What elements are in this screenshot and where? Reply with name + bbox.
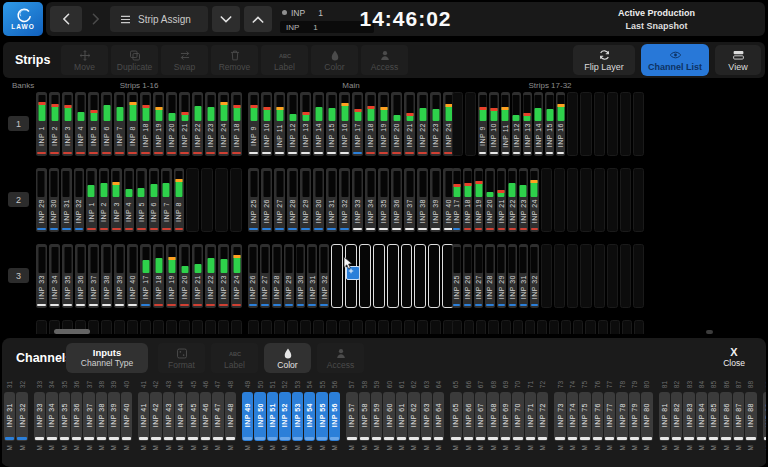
channel-tile[interactable]: INP 35 (59, 392, 70, 441)
channel-strip[interactable]: INP 7 (114, 92, 125, 156)
empty-strip[interactable] (594, 244, 605, 308)
empty-strip[interactable] (554, 168, 565, 232)
flip-layer-button[interactable]: Flip Layer (573, 45, 635, 75)
channel-tile[interactable]: INP 38 (96, 392, 107, 441)
channel-strip[interactable]: INP 1 (36, 92, 47, 156)
drop-target-strip[interactable] (387, 244, 399, 308)
channel-tile[interactable]: INP 51 (267, 392, 278, 441)
empty-strip[interactable] (153, 320, 164, 334)
banks-scrollbar-thumb[interactable] (54, 329, 90, 334)
channel-tile[interactable]: INP 85 (708, 392, 719, 441)
channel-tile[interactable]: INP 48 (225, 392, 236, 441)
empty-strip[interactable] (201, 168, 214, 232)
channel-tile[interactable]: INP 52 (279, 392, 290, 441)
channel-tile[interactable]: INP 62 (408, 392, 419, 441)
channel-tile[interactable]: INP 73 (554, 392, 565, 441)
channel-tile[interactable]: INP 88 (745, 392, 756, 441)
empty-strip[interactable] (634, 320, 644, 334)
channel-strip[interactable]: INP 38 (101, 244, 112, 308)
channel-tile[interactable]: INP 66 (463, 392, 474, 441)
channel-tile[interactable]: INP 80 (641, 392, 652, 441)
channel-strip[interactable]: INP 26 (261, 168, 272, 232)
channel-strip[interactable]: INP 13 (523, 92, 532, 156)
channel-strip[interactable]: INP 10 (489, 92, 498, 156)
channel-tile[interactable]: INP 31 (4, 392, 15, 441)
channel-strip[interactable]: INP 22 (417, 92, 428, 156)
channel-strip[interactable]: INP 29 (497, 244, 506, 308)
empty-strip[interactable] (186, 168, 199, 232)
channel-tile[interactable]: INP 37 (83, 392, 94, 441)
channel-strip[interactable]: INP 18 (365, 92, 376, 156)
channel-strip[interactable]: INP 30 (296, 244, 306, 308)
empty-strip[interactable] (525, 320, 535, 334)
close-button[interactable]: X Close (710, 343, 758, 373)
empty-strip[interactable] (610, 320, 620, 334)
empty-strip[interactable] (541, 244, 552, 308)
channel-strip[interactable]: INP 32 (319, 244, 329, 308)
channel-strip[interactable]: INP 32 (339, 168, 350, 232)
channel-tile[interactable]: INP 39 (108, 392, 119, 441)
empty-strip[interactable] (231, 320, 242, 334)
channel-strip[interactable]: INP 37 (88, 244, 99, 308)
empty-strip[interactable] (101, 320, 112, 334)
channel-strip[interactable]: INP 15 (545, 92, 554, 156)
channel-tile[interactable]: INP 42 (150, 392, 161, 441)
channel-strip[interactable]: INP 27 (260, 244, 270, 308)
channel-tile[interactable]: INP 61 (396, 392, 407, 441)
empty-strip[interactable] (594, 92, 605, 156)
empty-strip[interactable] (140, 320, 151, 334)
empty-strip[interactable] (114, 320, 125, 334)
channel-tile[interactable]: INP 74 (567, 392, 578, 441)
empty-strip[interactable] (594, 168, 605, 232)
channel-tile[interactable]: INP 36 (71, 392, 82, 441)
empty-strip[interactable] (192, 320, 203, 334)
channel-tile[interactable]: INP 45 (187, 392, 198, 441)
empty-strip[interactable] (127, 320, 138, 334)
channel-strip[interactable]: INP 18 (153, 244, 164, 308)
channel-tile[interactable]: INP 82 (671, 392, 682, 441)
empty-strip[interactable] (326, 320, 337, 334)
channel-strip[interactable]: INP 2 (49, 92, 60, 156)
channel-tile[interactable]: INP 58 (359, 392, 370, 441)
channel-strip[interactable]: INP 7 (161, 168, 172, 232)
channel-strip[interactable]: INP 29 (284, 244, 294, 308)
empty-strip[interactable] (620, 168, 631, 232)
channel-strip[interactable]: INP 15 (326, 92, 337, 156)
channel-strip[interactable]: INP 37 (404, 168, 415, 232)
channel-strip[interactable]: INP 20 (166, 92, 177, 156)
empty-strip[interactable] (404, 320, 415, 334)
empty-strip[interactable] (230, 168, 243, 232)
channel-strip[interactable]: INP 21 (192, 244, 203, 308)
channel-tile[interactable]: INP 56 (329, 392, 340, 441)
channel-tile[interactable]: INP 40 (121, 392, 132, 441)
color-button[interactable]: Color (264, 343, 311, 373)
empty-strip[interactable] (567, 92, 578, 156)
channel-tile[interactable]: INP 81 (659, 392, 670, 441)
drop-target-strip[interactable] (428, 244, 440, 308)
channel-tile[interactable]: INP 33 (34, 392, 45, 441)
channel-strip[interactable]: INP 28 (272, 244, 282, 308)
channel-tile[interactable]: INP 44 (175, 392, 186, 441)
empty-strip[interactable] (452, 92, 463, 156)
channel-tile[interactable]: INP 65 (450, 392, 461, 441)
channel-type-button[interactable]: Inputs Channel Type (66, 343, 148, 373)
empty-strip[interactable] (620, 92, 631, 156)
channel-tile[interactable]: INP 64 (433, 392, 444, 441)
empty-strip[interactable] (313, 320, 324, 334)
channel-strip[interactable]: INP 20 (485, 168, 494, 232)
channel-tile[interactable]: INP 47 (212, 392, 223, 441)
empty-strip[interactable] (513, 320, 523, 334)
empty-strip[interactable] (205, 320, 216, 334)
empty-strip[interactable] (580, 168, 591, 232)
bank-button-1[interactable]: 1 (8, 116, 29, 131)
channel-strip[interactable]: INP 32 (74, 168, 85, 232)
channel-tile[interactable]: INP 71 (525, 392, 536, 441)
empty-strip[interactable] (567, 168, 578, 232)
channel-strip[interactable]: INP 22 (205, 244, 216, 308)
empty-strip[interactable] (622, 320, 632, 334)
channel-strip[interactable]: INP 2 (99, 168, 110, 232)
channel-strip[interactable]: INP 4 (124, 168, 135, 232)
channel-strip[interactable]: INP 3 (62, 92, 73, 156)
empty-strip[interactable] (607, 244, 618, 308)
channel-strip[interactable]: INP 19 (474, 168, 483, 232)
